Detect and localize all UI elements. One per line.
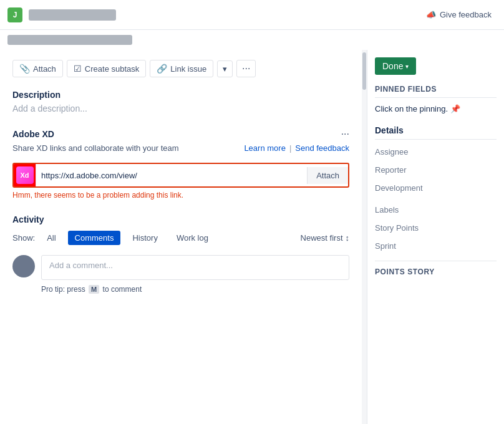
- description-label: Description: [12, 90, 349, 100]
- description-placeholder[interactable]: Add a description...: [12, 104, 349, 113]
- app-logo: J: [7, 7, 22, 22]
- adobe-xd-section: Adobe XD ··· Share XD links and collabor…: [12, 128, 349, 200]
- adobe-xd-attach-button[interactable]: Attach: [307, 167, 348, 184]
- top-bar-right: 📣 Give feedback: [421, 7, 497, 22]
- adobe-xd-menu-button[interactable]: ···: [341, 128, 349, 140]
- filter-comments-button[interactable]: Comments: [68, 231, 121, 245]
- right-panel: Done ▾ Pinned fields Click on the pinnin…: [367, 50, 504, 424]
- adobe-xd-logo: Xd: [14, 164, 36, 186]
- assignee-label: Assignee: [375, 147, 431, 157]
- action-toolbar: 📎 Attach ☑ Create subtask 🔗 Link issue ▾…: [12, 60, 349, 77]
- subtask-icon: ☑: [74, 64, 82, 74]
- filter-history-button[interactable]: History: [125, 231, 164, 245]
- comment-input[interactable]: Add a comment...: [41, 255, 349, 280]
- points-story-label: Points Story: [375, 267, 497, 276]
- adobe-xd-input-row: Xd Attach: [12, 163, 349, 188]
- reporter-row: Reporter: [375, 165, 497, 175]
- pinned-fields-title: Pinned fields: [375, 85, 497, 98]
- keyboard-shortcut-key: M: [89, 285, 99, 294]
- activity-section: Activity Show: All Comments History Work…: [12, 214, 349, 294]
- link-separator: |: [289, 143, 291, 153]
- more-actions-dropdown[interactable]: ▾: [217, 60, 233, 77]
- scrollbar-thumb[interactable]: [362, 52, 366, 90]
- activity-filter-row: Show: All Comments History Work log Newe…: [12, 231, 349, 245]
- adobe-xd-title: Adobe XD: [12, 129, 54, 139]
- main-layout: 📎 Attach ☑ Create subtask 🔗 Link issue ▾…: [0, 50, 504, 424]
- adobe-xd-subtitle: Share XD links and collaborate with your…: [12, 143, 179, 153]
- content-area: 📎 Attach ☑ Create subtask 🔗 Link issue ▾…: [0, 50, 362, 424]
- breadcrumb: [7, 35, 132, 45]
- attach-button[interactable]: 📎 Attach: [12, 60, 63, 77]
- pro-tip: Pro tip: press M to comment: [41, 285, 349, 294]
- development-row: Development: [375, 183, 497, 193]
- sort-icon: ↕: [346, 233, 350, 243]
- megaphone-icon: 📣: [426, 10, 436, 19]
- development-label: Development: [375, 183, 431, 193]
- send-feedback-link[interactable]: Send feedback: [295, 143, 349, 153]
- sprint-label: Sprint: [375, 241, 497, 251]
- details-title: Details: [375, 125, 497, 140]
- story-points-label: Story Points: [375, 223, 497, 233]
- give-feedback-button[interactable]: 📣 Give feedback: [421, 7, 497, 22]
- pinned-fields-description: Click on the pinning. 📌: [375, 103, 497, 115]
- adobe-xd-header: Adobe XD ···: [12, 128, 349, 140]
- top-bar: J 📣 Give feedback: [0, 0, 504, 30]
- learn-more-link[interactable]: Learn more: [244, 143, 285, 153]
- done-chevron-icon: ▾: [405, 63, 409, 70]
- paperclip-icon: 📎: [19, 64, 30, 74]
- filter-all-button[interactable]: All: [40, 231, 62, 245]
- pin-icon: 📌: [450, 104, 460, 113]
- reporter-label: Reporter: [375, 165, 431, 175]
- activity-label: Activity: [12, 214, 349, 224]
- link-issue-button[interactable]: 🔗 Link issue: [150, 60, 213, 77]
- show-label: Show:: [12, 233, 35, 243]
- adobe-xd-links: Learn more | Send feedback: [244, 143, 349, 153]
- project-title: [29, 9, 116, 21]
- assignee-row: Assignee: [375, 147, 497, 157]
- adobe-xd-url-input[interactable]: [36, 167, 307, 184]
- scrollbar-track[interactable]: [362, 50, 367, 424]
- comment-row: Add a comment...: [12, 255, 349, 280]
- xd-logo-icon: Xd: [16, 166, 34, 184]
- ellipsis-button[interactable]: ···: [236, 60, 256, 77]
- done-button[interactable]: Done ▾: [375, 57, 416, 75]
- create-subtask-button[interactable]: ☑ Create subtask: [67, 60, 146, 77]
- breadcrumb-row: [0, 30, 504, 50]
- sort-newest-button[interactable]: Newest first ↕: [301, 233, 349, 243]
- user-avatar: [12, 255, 35, 277]
- error-message: Hmm, there seems to be a problem adding …: [12, 191, 349, 200]
- link-icon: 🔗: [157, 64, 167, 74]
- filter-worklog-button[interactable]: Work log: [170, 231, 215, 245]
- labels-label: Labels: [375, 205, 497, 214]
